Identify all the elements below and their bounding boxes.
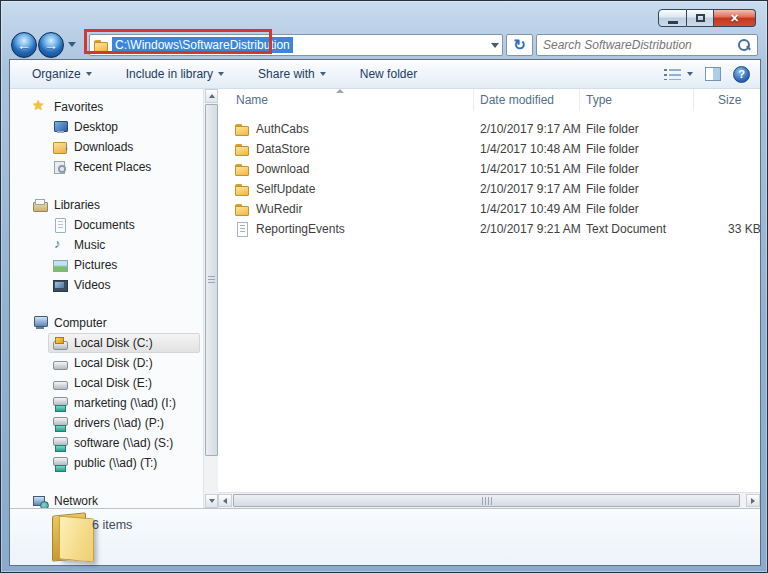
sidebar-item-icon: [52, 237, 68, 253]
search-input[interactable]: [543, 38, 737, 52]
group-label: Libraries: [54, 198, 100, 212]
file-name: DataStore: [256, 142, 310, 156]
drive-icon: [52, 435, 68, 451]
sidebar-item-icon: [52, 277, 68, 293]
address-dropdown-icon[interactable]: [491, 43, 499, 48]
forward-button[interactable]: →: [38, 32, 64, 58]
toolbar-button-label: New folder: [360, 67, 417, 81]
file-name: SelfUpdate: [256, 182, 315, 196]
sidebar-item-icon: [52, 119, 68, 135]
file-row[interactable]: Download 1/4/2017 10:51 AM File folder: [218, 159, 760, 179]
file-row[interactable]: SelfUpdate 2/10/2017 9:17 AM File folder: [218, 179, 760, 199]
scroll-up-button[interactable]: [205, 89, 218, 103]
file-row[interactable]: AuthCabs 2/10/2017 9:17 AM File folder: [218, 119, 760, 139]
sidebar-item[interactable]: Documents: [10, 215, 203, 235]
sidebar-item-label: Local Disk (E:): [74, 376, 152, 390]
network-icon: [32, 493, 48, 508]
column-header-date-modified[interactable]: Date modified: [474, 89, 580, 111]
file-row[interactable]: WuRedir 1/4/2017 10:49 AM File folder: [218, 199, 760, 219]
file-type-icon: [234, 201, 250, 217]
chevron-down-icon: [320, 72, 326, 76]
details-pane: 6 items: [10, 508, 760, 565]
group-label: Favorites: [54, 100, 103, 114]
file-row[interactable]: DataStore 1/4/2017 10:48 AM File folder: [218, 139, 760, 159]
column-header-name[interactable]: Name: [218, 89, 474, 111]
scroll-down-icon: [209, 499, 215, 503]
command-toolbar: Organize Include in library Share with N…: [10, 60, 760, 89]
scrollbar-thumb[interactable]: [233, 494, 740, 507]
toolbar-button[interactable]: Organize: [32, 67, 92, 81]
help-icon: ?: [738, 68, 745, 80]
column-headers: Name Date modified Type Size: [218, 89, 760, 111]
preview-pane-button[interactable]: [705, 67, 721, 81]
back-button[interactable]: ←: [11, 32, 37, 58]
sidebar-item-icon: [52, 159, 68, 175]
back-icon: ←: [17, 37, 31, 53]
toolbar-button-label: Organize: [32, 67, 81, 81]
change-view-button[interactable]: [664, 68, 681, 81]
file-date-modified: 1/4/2017 10:48 AM: [474, 142, 580, 156]
horizontal-scrollbar[interactable]: [218, 492, 760, 508]
sidebar-item-label: Videos: [74, 278, 110, 292]
sidebar-item[interactable]: Local Disk (C:): [48, 333, 200, 353]
minimize-button[interactable]: [658, 9, 687, 27]
file-row[interactable]: ReportingEvents 2/10/2017 9:21 AM Text D…: [218, 219, 760, 239]
toolbar-button[interactable]: New folder: [360, 67, 417, 81]
recent-pages-chevron-icon[interactable]: [68, 42, 76, 47]
sidebar-item[interactable]: Videos: [10, 275, 203, 295]
file-date-modified: 2/10/2017 9:21 AM: [474, 222, 580, 236]
column-header-size[interactable]: Size: [694, 89, 760, 111]
sidebar-group-libraries[interactable]: Libraries: [10, 195, 203, 215]
scroll-left-button[interactable]: [218, 494, 232, 507]
file-rows: AuthCabs 2/10/2017 9:17 AM File folder D…: [218, 111, 760, 492]
sidebar-item[interactable]: Desktop: [10, 117, 203, 137]
file-type-icon: [234, 181, 250, 197]
forward-icon: →: [44, 37, 58, 53]
sidebar-item[interactable]: drivers (\\ad) (P:): [10, 413, 203, 433]
sidebar-item-label: Documents: [74, 218, 135, 232]
sidebar-item[interactable]: Local Disk (D:): [10, 353, 203, 373]
sidebar-item-label: Pictures: [74, 258, 117, 272]
sidebar-item[interactable]: marketing (\\ad) (I:): [10, 393, 203, 413]
sidebar-item-label: Downloads: [74, 140, 133, 154]
sidebar-item[interactable]: Recent Places: [10, 157, 203, 177]
close-button[interactable]: ×: [714, 9, 756, 27]
sidebar-group-network[interactable]: Network: [10, 491, 203, 508]
scroll-right-button[interactable]: [746, 494, 760, 507]
main-area: Favorites Desktop Downloads: [10, 89, 760, 508]
maximize-icon: [696, 14, 705, 22]
sidebar-item-label: Local Disk (C:): [74, 336, 153, 350]
drive-icon: [52, 455, 68, 471]
file-type-icon: [234, 141, 250, 157]
scrollbar-thumb[interactable]: [205, 104, 218, 456]
scroll-down-button[interactable]: [205, 494, 218, 508]
address-bar[interactable]: C:\Windows\SoftwareDistribution: [89, 34, 503, 56]
file-type: File folder: [580, 202, 694, 216]
toolbar-button-label: Share with: [258, 67, 315, 81]
sidebar-item[interactable]: Local Disk (E:): [10, 373, 203, 393]
sidebar-group-favorites[interactable]: Favorites: [10, 97, 203, 117]
toolbar-button[interactable]: Include in library: [126, 67, 224, 81]
scroll-up-icon: [209, 94, 215, 98]
address-path[interactable]: C:\Windows\SoftwareDistribution: [112, 37, 293, 53]
sidebar-item[interactable]: software (\\ad) (S:): [10, 433, 203, 453]
sidebar-item[interactable]: public (\\ad) (T:): [10, 453, 203, 473]
maximize-button[interactable]: [687, 9, 714, 27]
sidebar-group-computer[interactable]: Computer: [10, 313, 203, 333]
sidebar-item[interactable]: Music: [10, 235, 203, 255]
file-name: ReportingEvents: [256, 222, 345, 236]
sidebar-item[interactable]: Downloads: [10, 137, 203, 157]
column-header-type[interactable]: Type: [580, 89, 694, 111]
toolbar-button[interactable]: Share with: [258, 67, 326, 81]
file-name: WuRedir: [256, 202, 302, 216]
help-button[interactable]: ?: [733, 66, 750, 83]
file-date-modified: 1/4/2017 10:49 AM: [474, 202, 580, 216]
sidebar-item-label: Recent Places: [74, 160, 151, 174]
chevron-down-icon: [218, 72, 224, 76]
refresh-button[interactable]: ↻: [506, 34, 533, 56]
file-type: File folder: [580, 122, 694, 136]
search-box[interactable]: [536, 34, 758, 56]
sidebar-scrollbar[interactable]: [203, 89, 218, 508]
sidebar-item[interactable]: Pictures: [10, 255, 203, 275]
change-view-chevron-icon[interactable]: [687, 72, 693, 76]
